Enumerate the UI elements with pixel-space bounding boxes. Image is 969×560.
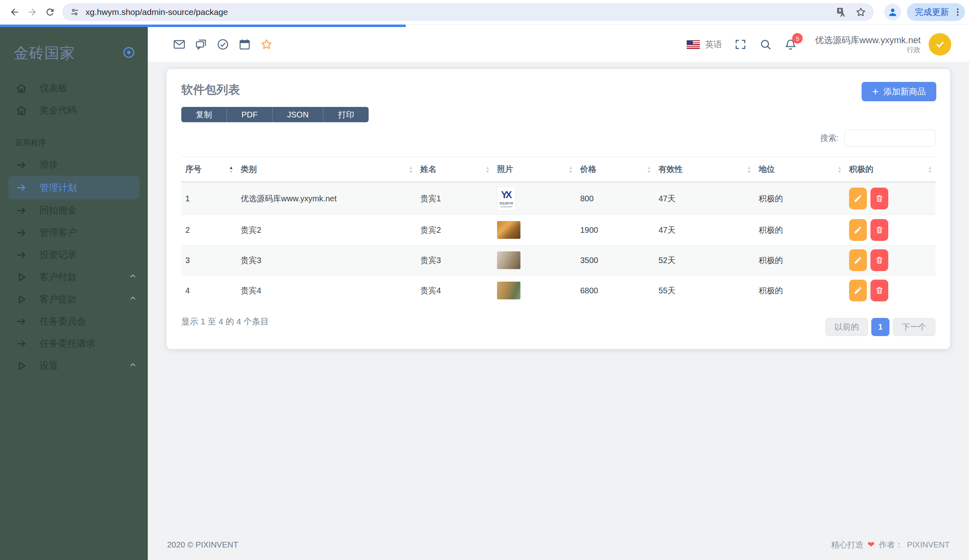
sort-icons[interactable]: ▲▼: [837, 165, 842, 173]
calendar-icon[interactable]: [238, 38, 251, 51]
sidebar-item-label: 客户付款: [40, 271, 77, 283]
browser-profile-icon[interactable]: [884, 4, 901, 21]
cell-validity: 47天: [654, 182, 755, 215]
sidebar-item[interactable]: 奖金代码: [0, 99, 148, 121]
site-settings-icon[interactable]: [69, 7, 80, 17]
cell-category: 优选源码库www.yxymk.net: [237, 182, 416, 215]
fullscreen-icon[interactable]: [734, 38, 747, 51]
add-product-button[interactable]: + 添加新商品: [862, 82, 936, 101]
user-avatar[interactable]: [929, 33, 951, 56]
table-row: 1优选源码库www.yxymk.net贵宾1YX优选源码库80047天积极的: [181, 182, 935, 215]
sort-icons[interactable]: ▲▼: [928, 165, 932, 173]
app-logo[interactable]: 金砖国家: [14, 43, 75, 63]
play-icon: [15, 271, 27, 283]
topbar: 英语 5 优选源码库www.yxymk.net 行政: [148, 27, 969, 62]
previous-page-button[interactable]: 以前的: [825, 318, 868, 336]
check-circle-icon[interactable]: [216, 38, 229, 51]
export-button[interactable]: PDF: [227, 107, 272, 122]
home-icon: [15, 104, 27, 117]
sort-icons[interactable]: ▲▼: [747, 165, 751, 173]
column-header[interactable]: 积极的▲▼: [845, 157, 935, 182]
table-row: 3贵宾3贵宾3350052天积极的: [181, 245, 935, 276]
sidebar-item[interactable]: 任务委员会: [0, 310, 148, 332]
sidebar-item[interactable]: 投资记录: [0, 244, 148, 266]
column-header[interactable]: 姓名▲▼: [416, 157, 493, 182]
language-selector[interactable]: 英语: [705, 39, 722, 50]
product-photo: [497, 221, 520, 239]
column-header[interactable]: 序号▲▼: [181, 157, 237, 182]
sidebar-item[interactable]: 任务委托请求: [0, 332, 148, 355]
product-photo: [497, 251, 520, 269]
url-text[interactable]: xg.hwym.shop/admin-source/package: [86, 7, 831, 17]
cell-price: 3500: [576, 245, 654, 276]
export-button[interactable]: 打印: [323, 107, 369, 122]
sidebar-item-label: 客户提款: [40, 293, 77, 305]
column-header[interactable]: 照片▲▼: [493, 157, 576, 182]
cell-price: 6800: [576, 276, 654, 306]
sidebar-item[interactable]: 客户提款: [0, 288, 148, 310]
cell-name: 贵宾1: [416, 182, 493, 215]
sort-icons[interactable]: ▲▼: [409, 165, 413, 173]
translate-icon[interactable]: [836, 6, 847, 18]
sidebar-toggle-icon[interactable]: [122, 46, 136, 61]
favorites-star-icon[interactable]: [260, 38, 273, 51]
arrow-icon: [15, 159, 27, 171]
page-load-progress: [0, 24, 969, 27]
bookmark-star-icon[interactable]: [855, 6, 866, 18]
page-1-button[interactable]: 1: [871, 318, 889, 336]
sort-icons[interactable]: ▲▼: [647, 165, 651, 173]
search-label: 搜索:: [820, 133, 839, 144]
sidebar-item[interactable]: 设置: [0, 355, 148, 377]
column-header[interactable]: 地位▲▼: [755, 157, 845, 182]
browser-menu-icon[interactable]: [954, 8, 961, 16]
delete-button[interactable]: [870, 219, 888, 241]
cell-no: 1: [181, 182, 237, 215]
back-icon[interactable]: [6, 3, 23, 21]
edit-button[interactable]: [849, 249, 867, 271]
delete-button[interactable]: [870, 249, 888, 271]
export-button[interactable]: 复制: [181, 107, 227, 122]
delete-button[interactable]: [870, 280, 888, 301]
column-header[interactable]: 有效性▲▼: [654, 157, 755, 182]
column-header[interactable]: 类别▲▼: [237, 157, 416, 182]
browser-update-button[interactable]: 完成更新: [907, 3, 965, 21]
sidebar-item-label: 仪表板: [40, 82, 67, 94]
search-input[interactable]: [844, 130, 935, 147]
user-info[interactable]: 优选源码库www.yxymk.net 行政: [815, 35, 921, 54]
cell-no: 4: [181, 276, 237, 306]
sidebar-item[interactable]: 管理计划: [8, 176, 139, 199]
delete-button[interactable]: [870, 188, 888, 209]
sort-icons[interactable]: ▲▼: [568, 165, 573, 173]
mail-icon[interactable]: [173, 38, 186, 51]
search-icon[interactable]: [759, 38, 772, 51]
sidebar-item[interactable]: 回扣佣金: [0, 199, 148, 221]
edit-button[interactable]: [849, 188, 867, 209]
chevron-up-icon: [128, 360, 137, 372]
sidebar-item[interactable]: 仪表板: [0, 77, 148, 99]
sidebar-item[interactable]: 管理客户: [0, 221, 148, 244]
chat-icon[interactable]: [195, 38, 208, 51]
user-name: 优选源码库www.yxymk.net: [815, 35, 921, 46]
address-bar[interactable]: xg.hwym.shop/admin-source/package: [62, 3, 874, 21]
forward-icon[interactable]: [23, 3, 41, 21]
us-flag-icon[interactable]: [686, 40, 700, 49]
cell-validity: 55天: [654, 276, 755, 306]
sidebar-item[interactable]: 滑块: [0, 154, 148, 176]
next-page-button[interactable]: 下一个: [893, 318, 935, 336]
update-label: 完成更新: [915, 6, 949, 18]
edit-button[interactable]: [849, 280, 867, 301]
edit-button[interactable]: [849, 219, 867, 241]
browser-toolbar: xg.hwym.shop/admin-source/package 完成更新: [0, 0, 969, 24]
sort-icons[interactable]: ▲▼: [485, 165, 490, 173]
export-button-group: 复制PDFJSON打印: [181, 107, 369, 122]
sidebar-item[interactable]: 客户付款: [0, 266, 148, 288]
cell-price: 800: [576, 182, 654, 215]
notifications-bell-icon[interactable]: 5: [784, 38, 797, 51]
sort-icons[interactable]: ▲▼: [229, 165, 233, 173]
reload-icon[interactable]: [41, 3, 59, 21]
table-info: 显示 1 至 4 的 4 个条目: [181, 316, 935, 327]
sidebar-item-label: 管理计划: [40, 182, 77, 194]
export-button[interactable]: JSON: [272, 107, 323, 122]
cell-actions: [845, 245, 935, 276]
column-header[interactable]: 价格▲▼: [576, 157, 654, 182]
